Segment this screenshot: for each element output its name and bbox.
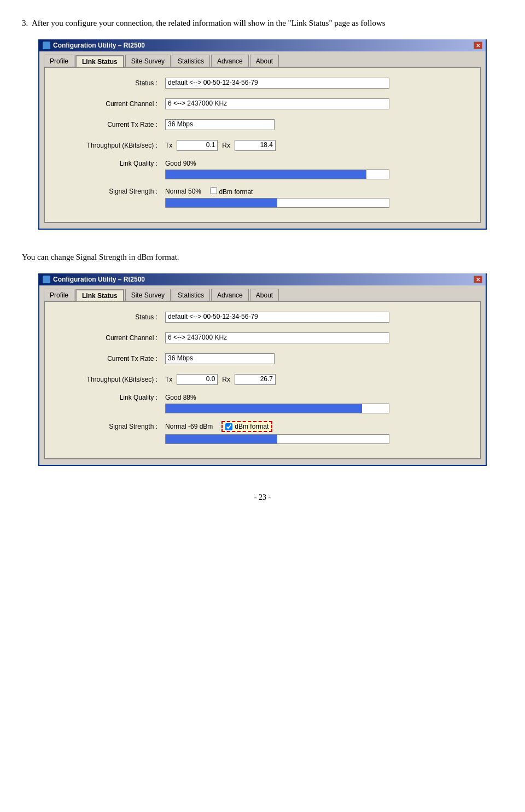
tab-link-status[interactable]: Link Status <box>75 55 124 67</box>
dialog2-link-quality-section: Link Quality : Good 88% <box>56 394 469 413</box>
dialog1-content: Profile Link Status Site Survey Statisti… <box>39 51 486 229</box>
dialog2-txrate-label: Current Tx Rate : <box>56 355 165 363</box>
dialog2-status-value: default <--> 00-50-12-34-56-79 <box>165 312 389 323</box>
dialog1-link-quality-bar-row <box>56 170 469 179</box>
dialog2-content: Profile Link Status Site Survey Statisti… <box>39 285 486 465</box>
dialog1-status-label: Status : <box>56 79 165 87</box>
dialog2-link-quality-text: Good 88% <box>165 394 196 401</box>
dialog2-tab-link-status[interactable]: Link Status <box>75 289 124 301</box>
dialog1-signal-text: Normal 50% <box>165 188 201 195</box>
tab-advance[interactable]: Advance <box>211 55 249 67</box>
dialog2-throughput-row: Throughput (KBits/sec) : Tx 0.0 Rx 26.7 <box>56 373 469 386</box>
dialog1-channel-label: Current Channel : <box>56 100 165 108</box>
dialog2-title: Configuration Utility – Rt2500 <box>53 276 145 283</box>
dialog2-txrate-value: 36 Mbps <box>165 353 275 364</box>
dialog2-signal-bar-row <box>56 434 469 444</box>
dialog1-channel-row: Current Channel : 6 <--> 2437000 KHz <box>56 97 469 110</box>
dialog2-channel-row: Current Channel : 6 <--> 2437000 KHz <box>56 331 469 344</box>
dialog1-throughput-label: Throughput (KBits/sec) : <box>56 142 165 149</box>
dialog1-signal-bar <box>165 198 389 208</box>
dialog2-signal-label: Signal Strength : <box>56 423 165 430</box>
dialog2-dbm-checkbox[interactable] <box>225 423 232 430</box>
dialog2-tab-profile[interactable]: Profile <box>44 289 74 301</box>
dialog1-rx-value: 18.4 <box>235 140 276 151</box>
dialog1-txrate-label: Current Tx Rate : <box>56 121 165 128</box>
dialog2-tab-advance[interactable]: Advance <box>211 289 249 301</box>
dialog1-rx-label: Rx <box>222 142 230 149</box>
dialog2-tab-site-survey[interactable]: Site Survey <box>125 289 171 301</box>
dialog2-title-left: Configuration Utility – Rt2500 <box>43 276 145 283</box>
dialog2: Configuration Utility – Rt2500 ✕ Profile… <box>38 273 487 466</box>
dialog1-title: Configuration Utility – Rt2500 <box>53 42 145 49</box>
dialog2-dbm-label: dBm format <box>235 423 269 430</box>
tab-statistics[interactable]: Statistics <box>172 55 210 67</box>
dialog2-close-button[interactable]: ✕ <box>474 276 482 283</box>
dialog1-signal-bar-row <box>56 198 469 208</box>
dialog1: Configuration Utility – Rt2500 ✕ Profile… <box>38 39 487 230</box>
tab-site-survey[interactable]: Site Survey <box>125 55 171 67</box>
dialog1-app-icon <box>43 42 50 49</box>
dialog1-close-button[interactable]: ✕ <box>474 42 482 49</box>
dialog2-titlebar: Configuration Utility – Rt2500 ✕ <box>39 273 486 285</box>
dialog1-link-quality-bar-fill <box>166 170 366 179</box>
dialog2-rx-value: 26.7 <box>235 374 276 385</box>
dialog1-throughput-values: Tx 0.1 Rx 18.4 <box>165 140 276 151</box>
dialog1-signal-text-row: Signal Strength : Normal 50% dBm format <box>56 187 469 196</box>
dialog1-dbm-label: dBm format <box>219 188 253 196</box>
dialog1-link-quality-text: Good 90% <box>165 160 196 167</box>
tab-about[interactable]: About <box>250 55 279 67</box>
dialog2-link-quality-bar <box>165 404 389 413</box>
dialog1-link-quality-label: Link Quality : <box>56 160 165 167</box>
dialog2-signal-text-row: Signal Strength : Normal -69 dBm dBm for… <box>56 421 469 432</box>
dialog1-signal-bar-fill <box>166 198 277 207</box>
dialog2-rx-label: Rx <box>222 376 230 383</box>
dialog1-tx-label: Tx <box>165 142 172 149</box>
dialog1-channel-value: 6 <--> 2437000 KHz <box>165 98 389 109</box>
dialog1-dbm-checkbox-area: dBm format <box>210 187 253 196</box>
dialog1-status-value: default <--> 00-50-12-34-56-79 <box>165 78 389 89</box>
dialog1-tx-value: 0.1 <box>177 140 218 151</box>
dialog1-throughput-row: Throughput (KBits/sec) : Tx 0.1 Rx 18.4 <box>56 139 469 152</box>
dialog2-signal-section: Signal Strength : Normal -69 dBm dBm for… <box>56 421 469 444</box>
dialog1-tab-bar: Profile Link Status Site Survey Statisti… <box>44 55 481 67</box>
dialog2-throughput-values: Tx 0.0 Rx 26.7 <box>165 374 276 385</box>
dialog2-signal-bar <box>165 434 389 444</box>
dialog2-dbm-checkbox-area: dBm format <box>221 421 272 432</box>
dialog2-throughput-label: Throughput (KBits/sec) : <box>56 376 165 383</box>
step-text: 3. After you configure your connection, … <box>22 16 503 30</box>
dialog1-link-quality-section: Link Quality : Good 90% <box>56 160 469 179</box>
step-description: After you configure your connection, the… <box>32 19 386 27</box>
dialog1-tab-content: Status : default <--> 00-50-12-34-56-79 … <box>44 67 481 223</box>
dialog1-status-row: Status : default <--> 00-50-12-34-56-79 <box>56 77 469 90</box>
dialog2-link-quality-bar-fill <box>166 404 362 413</box>
dialog1-txrate-row: Current Tx Rate : 36 Mbps <box>56 118 469 131</box>
dialog2-link-quality-bar-row <box>56 404 469 413</box>
dialog2-tab-about[interactable]: About <box>250 289 279 301</box>
dialog2-tab-statistics[interactable]: Statistics <box>172 289 210 301</box>
dialog2-dbm-highlight-box: dBm format <box>221 421 272 432</box>
dialog1-link-quality-bar <box>165 170 389 179</box>
dialog1-link-quality-text-row: Link Quality : Good 90% <box>56 160 469 167</box>
between-text: You can change Signal Strength in dBm fo… <box>22 250 503 264</box>
dialog2-tab-bar: Profile Link Status Site Survey Statisti… <box>44 289 481 301</box>
dialog2-tx-label: Tx <box>165 376 172 383</box>
dialog2-link-quality-label: Link Quality : <box>56 394 165 401</box>
dialog2-tab-content: Status : default <--> 00-50-12-34-56-79 … <box>44 301 481 459</box>
dialog2-status-label: Status : <box>56 313 165 321</box>
dialog2-tx-value: 0.0 <box>177 374 218 385</box>
dialog1-txrate-value: 36 Mbps <box>165 119 275 130</box>
dialog1-dbm-checkbox[interactable] <box>210 187 217 194</box>
step-number: 3. <box>22 19 28 27</box>
dialog2-signal-bar-fill <box>166 435 277 443</box>
dialog1-signal-section: Signal Strength : Normal 50% dBm format <box>56 187 469 208</box>
dialog2-link-quality-text-row: Link Quality : Good 88% <box>56 394 469 401</box>
page-number: - 23 - <box>22 493 503 502</box>
dialog2-channel-label: Current Channel : <box>56 334 165 342</box>
dialog2-status-row: Status : default <--> 00-50-12-34-56-79 <box>56 311 469 324</box>
dialog1-signal-label: Signal Strength : <box>56 188 165 195</box>
dialog2-app-icon <box>43 276 50 283</box>
dialog1-title-left: Configuration Utility – Rt2500 <box>43 42 145 49</box>
tab-profile[interactable]: Profile <box>44 55 74 67</box>
dialog2-channel-value: 6 <--> 2437000 KHz <box>165 332 389 343</box>
dialog1-titlebar: Configuration Utility – Rt2500 ✕ <box>39 39 486 51</box>
